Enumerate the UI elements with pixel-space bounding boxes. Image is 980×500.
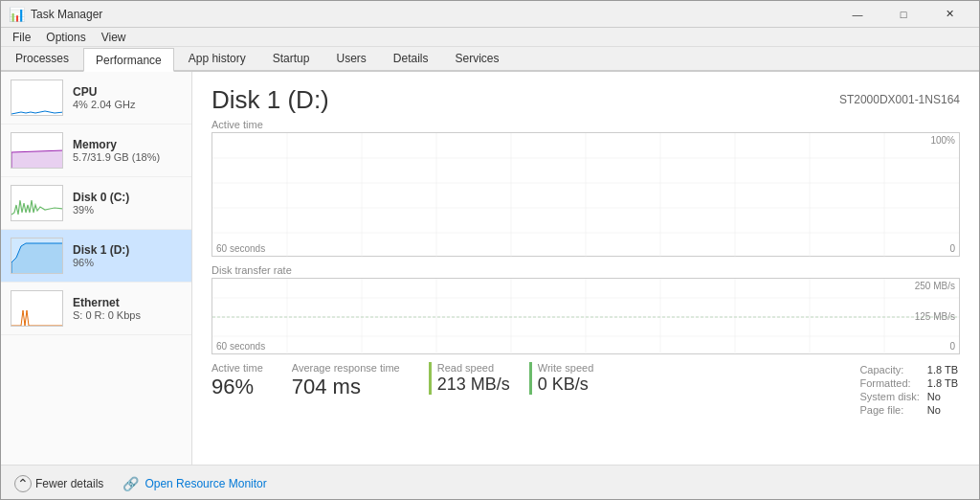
menu-view[interactable]: View: [94, 29, 134, 46]
disk1-label: Disk 1 (D:): [73, 243, 182, 257]
speeds-section: Read speed 213 MB/s Write speed 0 KB/s: [429, 362, 594, 395]
ethernet-stat: S: 0 R: 0 Kbps: [73, 309, 182, 321]
detail-model: ST2000DX001-1NS164: [839, 93, 960, 106]
tab-bar: Processes Performance App history Startu…: [1, 47, 979, 72]
transfer-rate-chart: 250 MB/s 125 MB/s 60 seconds 0: [212, 278, 960, 354]
open-resource-monitor-link[interactable]: 🔗 Open Resource Monitor: [122, 476, 266, 491]
system-disk-value: No: [927, 391, 958, 402]
open-resource-monitor-label: Open Resource Monitor: [145, 477, 266, 490]
svg-rect-6: [11, 291, 63, 327]
info-table: Capacity: 1.8 TB Formatted: 1.8 TB Syste…: [858, 362, 960, 418]
resource-monitor-icon: 🔗: [122, 476, 139, 491]
info-block: Capacity: 1.8 TB Formatted: 1.8 TB Syste…: [858, 362, 960, 418]
memory-mini-graph: [11, 132, 63, 169]
menu-file[interactable]: File: [5, 29, 38, 46]
disk1-mini-graph: [11, 238, 63, 274]
cpu-stat: 4% 2.04 GHz: [73, 99, 182, 110]
write-speed-value: 0 KB/s: [538, 375, 594, 395]
system-disk-label: System disk:: [859, 391, 924, 402]
chart1-top-label: 100%: [930, 135, 955, 146]
title-bar: 📊 Task Manager — □ ✕: [1, 1, 979, 28]
detail-header: Disk 1 (D:) ST2000DX001-1NS164: [212, 85, 960, 115]
main-content: CPU 4% 2.04 GHz Memory 5.7/31.9 GB (18%): [1, 72, 979, 465]
window-title: Task Manager: [31, 8, 102, 21]
bottom-bar: ⌃ Fewer details 🔗 Open Resource Monitor: [1, 465, 979, 500]
chart2-mid-label: 125 MB/s: [915, 311, 955, 322]
detail-title: Disk 1 (D:): [212, 85, 329, 115]
sidebar: CPU 4% 2.04 GHz Memory 5.7/31.9 GB (18%): [1, 72, 192, 465]
minimize-button[interactable]: —: [835, 1, 880, 28]
chart2-label: Disk transfer rate: [212, 264, 960, 276]
cpu-mini-graph: [11, 80, 63, 116]
tab-startup[interactable]: Startup: [260, 47, 323, 70]
chart1-bottom-right: 0: [949, 243, 955, 254]
disk0-label: Disk 0 (C:): [73, 191, 182, 204]
active-time-value: 96%: [212, 375, 263, 398]
sidebar-item-memory[interactable]: Memory 5.7/31.9 GB (18%): [1, 125, 191, 177]
disk0-mini-graph: [11, 185, 63, 221]
sidebar-item-disk1[interactable]: Disk 1 (D:) 96%: [1, 230, 191, 283]
disk0-info: Disk 0 (C:) 39%: [73, 191, 182, 216]
disk1-info: Disk 1 (D:) 96%: [73, 243, 182, 268]
page-file-label: Page file:: [859, 404, 924, 416]
tab-app-history[interactable]: App history: [176, 47, 258, 70]
formatted-value: 1.8 TB: [927, 377, 958, 389]
capacity-label: Capacity:: [859, 364, 924, 375]
tab-processes[interactable]: Processes: [3, 47, 81, 70]
tab-services[interactable]: Services: [443, 47, 512, 70]
window-controls: — □ ✕: [835, 1, 971, 28]
menu-options[interactable]: Options: [38, 29, 93, 46]
active-time-section: Active time 100% 60 seconds 0: [212, 119, 960, 257]
cpu-info: CPU 4% 2.04 GHz: [73, 85, 182, 110]
sidebar-item-cpu[interactable]: CPU 4% 2.04 GHz: [1, 72, 191, 125]
svg-marker-2: [11, 150, 63, 169]
disk0-stat: 39%: [73, 204, 182, 216]
avg-response-block: Average response time 704 ms: [292, 362, 400, 398]
fewer-details-button[interactable]: ⌃ Fewer details: [14, 475, 103, 492]
transfer-rate-section: Disk transfer rate 250 MB/s 125 MB/s 60 …: [212, 264, 960, 354]
read-speed-label: Read speed: [437, 362, 510, 374]
memory-info: Memory 5.7/31.9 GB (18%): [73, 138, 182, 163]
tab-performance[interactable]: Performance: [83, 48, 174, 72]
tab-users[interactable]: Users: [323, 47, 378, 70]
chevron-up-icon: ⌃: [14, 475, 32, 492]
memory-stat: 5.7/31.9 GB (18%): [73, 151, 182, 163]
page-file-value: No: [927, 404, 958, 416]
ethernet-mini-graph: [11, 290, 63, 327]
active-time-label: Active time: [212, 362, 263, 374]
close-button[interactable]: ✕: [927, 1, 971, 28]
write-speed-label: Write speed: [538, 362, 594, 374]
avg-response-value: 704 ms: [292, 375, 400, 398]
sidebar-item-disk0[interactable]: Disk 0 (C:) 39%: [1, 177, 191, 230]
chart1-bottom-left: 60 seconds: [216, 243, 265, 254]
tab-details[interactable]: Details: [381, 47, 441, 70]
capacity-value: 1.8 TB: [927, 364, 958, 375]
cpu-label: CPU: [73, 85, 182, 99]
read-speed-value: 213 MB/s: [437, 375, 510, 395]
ethernet-info: Ethernet S: 0 R: 0 Kbps: [73, 296, 182, 321]
disk1-stat: 96%: [73, 257, 182, 268]
svg-rect-0: [11, 80, 63, 116]
detail-panel: Disk 1 (D:) ST2000DX001-1NS164 Active ti…: [192, 72, 979, 465]
chart2-top-label: 250 MB/s: [915, 281, 955, 291]
chart2-bottom-left: 60 seconds: [216, 341, 265, 352]
title-bar-left: 📊 Task Manager: [9, 7, 102, 22]
maximize-button[interactable]: □: [881, 1, 925, 28]
ethernet-label: Ethernet: [73, 296, 182, 309]
chart2-bottom-right: 0: [949, 341, 955, 352]
read-speed-block: Read speed 213 MB/s: [429, 362, 510, 395]
sidebar-item-ethernet[interactable]: Ethernet S: 0 R: 0 Kbps: [1, 283, 191, 335]
memory-label: Memory: [73, 138, 182, 151]
avg-response-label: Average response time: [292, 362, 400, 374]
app-icon: 📊: [9, 7, 25, 22]
formatted-label: Formatted:: [859, 377, 924, 389]
write-speed-block: Write speed 0 KB/s: [529, 362, 594, 395]
menu-bar: File Options View: [1, 28, 979, 47]
active-time-block: Active time 96%: [212, 362, 263, 398]
fewer-details-label: Fewer details: [35, 477, 103, 490]
chart1-label: Active time: [212, 119, 960, 130]
stats-row: Active time 96% Average response time 70…: [212, 362, 960, 418]
active-time-chart: 100% 60 seconds 0: [212, 132, 960, 257]
